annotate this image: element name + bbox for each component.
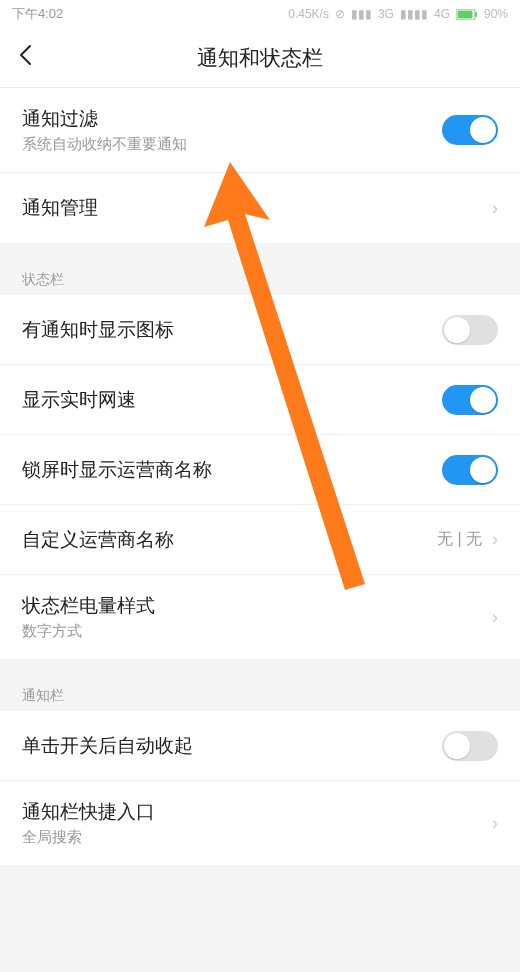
- row-subtitle: 系统自动收纳不重要通知: [22, 135, 187, 154]
- battery-icon: [456, 9, 478, 20]
- toggle-carrier[interactable]: [442, 455, 498, 485]
- page-title: 通知和状态栏: [197, 44, 323, 72]
- row-title: 状态栏电量样式: [22, 593, 155, 619]
- row-shortcut-entry[interactable]: 通知栏快捷入口 全局搜索 ›: [0, 781, 520, 865]
- status-speed: 0.45K/s: [288, 7, 329, 21]
- chevron-right-icon: ›: [492, 198, 498, 219]
- svg-rect-1: [457, 10, 472, 18]
- row-lockscreen-carrier[interactable]: 锁屏时显示运营商名称: [0, 435, 520, 505]
- row-notification-manage[interactable]: 通知管理 ›: [0, 173, 520, 243]
- section-header-statusbar: 状态栏: [0, 257, 520, 295]
- signal-icon-2: ▮▮▮▮: [400, 7, 428, 21]
- status-right: 0.45K/s ⊘ ▮▮▮ 3G ▮▮▮▮ 4G 90%: [288, 7, 508, 21]
- section-statusbar: 有通知时显示图标 显示实时网速 锁屏时显示运营商名称 自定义运营商名称 无 | …: [0, 295, 520, 659]
- row-battery-style[interactable]: 状态栏电量样式 数字方式 ›: [0, 575, 520, 659]
- row-subtitle: 数字方式: [22, 622, 155, 641]
- row-title: 自定义运营商名称: [22, 527, 174, 553]
- net2-text: 4G: [434, 7, 450, 21]
- row-show-icon-notification[interactable]: 有通知时显示图标: [0, 295, 520, 365]
- chevron-right-icon: ›: [492, 813, 498, 834]
- chevron-right-icon: ›: [492, 529, 498, 550]
- row-auto-collapse[interactable]: 单击开关后自动收起: [0, 711, 520, 781]
- row-show-netspeed[interactable]: 显示实时网速: [0, 365, 520, 435]
- back-button[interactable]: [18, 44, 32, 72]
- section-notification: 通知过滤 系统自动收纳不重要通知 通知管理 ›: [0, 88, 520, 243]
- row-title: 单击开关后自动收起: [22, 733, 193, 759]
- row-value: 无 | 无: [437, 529, 482, 550]
- toggle-netspeed[interactable]: [442, 385, 498, 415]
- row-title: 锁屏时显示运营商名称: [22, 457, 212, 483]
- signal-icon-1: ▮▮▮: [351, 7, 372, 21]
- section-notificationpanel: 单击开关后自动收起 通知栏快捷入口 全局搜索 ›: [0, 711, 520, 865]
- row-title: 显示实时网速: [22, 387, 136, 413]
- row-title: 通知栏快捷入口: [22, 799, 155, 825]
- row-custom-carrier[interactable]: 自定义运营商名称 无 | 无 ›: [0, 505, 520, 575]
- svg-rect-2: [475, 12, 477, 17]
- toggle-notification-filter[interactable]: [442, 115, 498, 145]
- status-time: 下午4:02: [12, 5, 63, 23]
- header: 通知和状态栏: [0, 28, 520, 88]
- row-title: 通知过滤: [22, 106, 187, 132]
- row-title: 通知管理: [22, 195, 98, 221]
- dnd-icon: ⊘: [335, 7, 345, 21]
- toggle-auto-collapse[interactable]: [442, 731, 498, 761]
- row-subtitle: 全局搜索: [22, 828, 155, 847]
- toggle-show-icon[interactable]: [442, 315, 498, 345]
- battery-text: 90%: [484, 7, 508, 21]
- row-notification-filter[interactable]: 通知过滤 系统自动收纳不重要通知: [0, 88, 520, 173]
- status-bar: 下午4:02 0.45K/s ⊘ ▮▮▮ 3G ▮▮▮▮ 4G 90%: [0, 0, 520, 28]
- section-header-notificationpanel: 通知栏: [0, 673, 520, 711]
- row-title: 有通知时显示图标: [22, 317, 174, 343]
- net1-text: 3G: [378, 7, 394, 21]
- chevron-right-icon: ›: [492, 607, 498, 628]
